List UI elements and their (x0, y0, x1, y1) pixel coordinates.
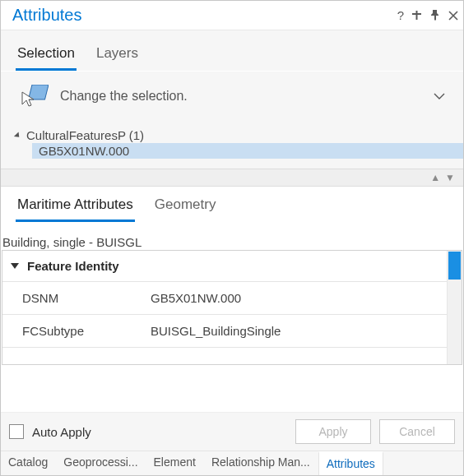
tree-feature-row[interactable]: GB5X01NW.000 (32, 143, 463, 159)
titlebar-buttons: ? (397, 8, 458, 22)
titlebar: Attributes ? (1, 1, 463, 30)
prop-row-fcsubtype[interactable]: FCSubtype BUISGL_BuildingSingle (2, 314, 447, 347)
action-bar: Auto Apply Apply Cancel (1, 412, 463, 451)
group-feature-identity[interactable]: Feature Identity (2, 251, 447, 281)
tree-layer-row[interactable]: CulturalFeaturesP (1) (16, 127, 463, 143)
btab-attributes[interactable]: Attributes (318, 451, 383, 475)
pane-title: Attributes (12, 6, 397, 25)
btab-element[interactable]: Element (146, 451, 204, 475)
cancel-button[interactable]: Cancel (379, 419, 455, 444)
change-selection-row[interactable]: Change the selection. (4, 83, 460, 114)
apply-button[interactable]: Apply (295, 419, 371, 444)
prop-row-dsnm[interactable]: DSNM GB5X01NW.000 (2, 281, 447, 314)
prop-label-dsnm: DSNM (2, 291, 151, 305)
tab-geometry[interactable]: Geometry (153, 195, 218, 222)
splitter[interactable]: ▲ ▼ (1, 169, 463, 187)
btab-catalog[interactable]: Catalog (1, 451, 56, 475)
close-icon[interactable] (448, 11, 458, 21)
top-tabs: Selection Layers (1, 30, 463, 72)
scrollbar[interactable] (447, 251, 462, 364)
move-up-icon[interactable]: ▲ (430, 172, 440, 183)
property-grid: Feature Identity DSNM GB5X01NW.000 FCSub… (2, 250, 462, 365)
tab-maritime-attributes[interactable]: Maritime Attributes (16, 195, 135, 222)
scrollbar-thumb[interactable] (448, 252, 461, 280)
change-selection-text: Change the selection. (60, 89, 427, 104)
property-grid-body: Feature Identity DSNM GB5X01NW.000 FCSub… (2, 251, 447, 364)
prop-label-fcsubtype: FCSubtype (2, 324, 151, 338)
options-icon[interactable] (412, 11, 421, 20)
dropdown-icon[interactable] (427, 89, 452, 104)
selection-area: Change the selection. (1, 72, 463, 122)
tree-layer-label: CulturalFeaturesP (1) (26, 128, 144, 142)
group-header-label: Feature Identity (27, 259, 119, 273)
tree-feature-label: GB5X01NW.000 (39, 144, 129, 158)
bottom-tabs: Catalog Geoprocessi... Element Relations… (1, 451, 463, 475)
pointer-select-icon (21, 85, 47, 108)
mid-tabs: Maritime Attributes Geometry (1, 187, 463, 222)
btab-geoprocessing[interactable]: Geoprocessi... (56, 451, 146, 475)
btab-relationship-manager[interactable]: Relationship Man... (204, 451, 318, 475)
prop-value-fcsubtype[interactable]: BUISGL_BuildingSingle (151, 324, 447, 338)
pin-icon[interactable] (429, 10, 440, 21)
move-down-icon[interactable]: ▼ (445, 172, 455, 183)
auto-apply-label[interactable]: Auto Apply (32, 425, 91, 439)
help-icon[interactable]: ? (397, 8, 404, 22)
svg-rect-2 (29, 85, 49, 99)
tab-layers[interactable]: Layers (95, 44, 140, 71)
auto-apply-checkbox[interactable] (9, 424, 24, 439)
selection-tree: CulturalFeaturesP (1) GB5X01NW.000 (1, 122, 463, 169)
caret-icon (14, 132, 21, 139)
prop-value-dsnm[interactable]: GB5X01NW.000 (151, 291, 447, 305)
prop-row-empty (2, 347, 447, 357)
subtype-label: Building, single - BUISGL (1, 232, 463, 250)
attributes-pane: Attributes ? Selection Layers (0, 0, 464, 476)
chevron-down-icon (11, 263, 19, 269)
svg-rect-1 (416, 11, 418, 20)
tab-selection[interactable]: Selection (16, 44, 77, 71)
